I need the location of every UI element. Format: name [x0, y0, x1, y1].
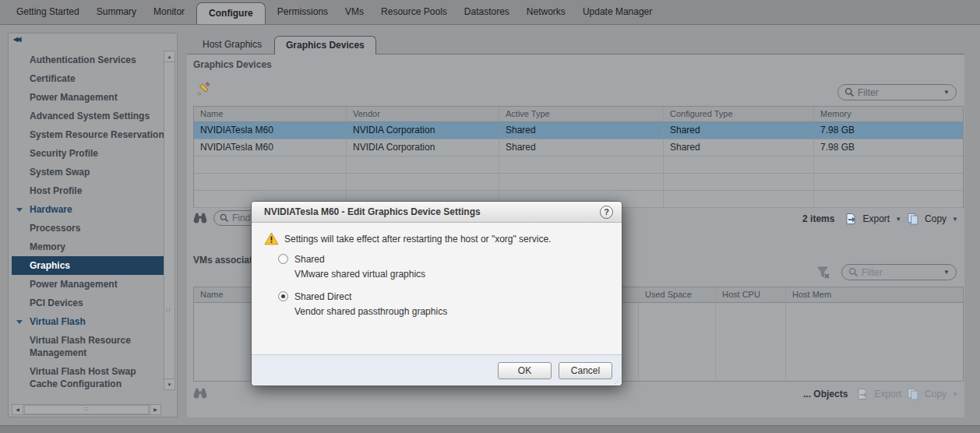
tab-resource-pools[interactable]: Resource Pools	[372, 0, 456, 24]
sidebar-group-virtual-flash[interactable]: Virtual Flash	[12, 312, 165, 331]
scrollbar-thumb[interactable]	[164, 62, 174, 378]
chevron-down-icon[interactable]: ▼	[943, 89, 950, 96]
scrollbar-grip: ∷	[166, 307, 171, 315]
scroll-down-icon[interactable]: ▼	[164, 378, 174, 389]
sidebar-item-virtual-flash-resource-management[interactable]: Virtual Flash Resource Management	[12, 331, 165, 362]
chevron-down-icon[interactable]: ▼	[943, 269, 950, 276]
devices-filter-box[interactable]: ▼	[837, 84, 957, 100]
graphics-devices-table: Name Vendor Active Type Configured Type …	[193, 106, 964, 208]
sidebar-item-power-management[interactable]: Power Management	[12, 88, 165, 107]
radio-shared-label[interactable]: Shared	[294, 254, 325, 265]
chevron-down-icon[interactable]: ▼	[952, 391, 958, 398]
table-row[interactable]: NVIDIATesla M60 NVIDIA Corporation Share…	[194, 122, 963, 139]
export-icon[interactable]	[856, 388, 869, 400]
sidebar-item-system-resource-reservation[interactable]: System Resource Reservation	[12, 125, 165, 144]
sidebar-item-memory[interactable]: Memory	[12, 238, 165, 256]
sidebar-item-advanced-system-settings[interactable]: Advanced System Settings	[12, 107, 165, 125]
graphics-subtabs: Host Graphics Graphics Devices	[187, 36, 964, 55]
cell-vendor: NVIDIA Corporation	[347, 122, 499, 139]
tab-configure[interactable]: Configure	[196, 2, 266, 24]
tab-vms[interactable]: VMs	[337, 0, 372, 24]
sidebar-group-hardware[interactable]: Hardware	[12, 200, 165, 219]
sidebar-collapse-icon[interactable]: ◀◀	[13, 36, 19, 43]
vms-filter-box[interactable]: ▼	[841, 264, 957, 280]
warning-icon	[264, 232, 279, 245]
column-header-host-mem[interactable]: Host Mem	[786, 287, 963, 302]
ok-button[interactable]: OK	[498, 362, 552, 379]
cell-configured-type: Shared	[664, 139, 814, 156]
sidebar-item-graphics[interactable]: Graphics	[12, 256, 165, 275]
dialog-resize-grip[interactable]: ⋰	[614, 378, 620, 385]
search-icon	[844, 87, 855, 97]
items-count: 2 items	[802, 213, 834, 224]
cell-active-type: Shared	[499, 139, 664, 156]
cell-name: NVIDIATesla M60	[194, 122, 347, 139]
export-button[interactable]: Export	[862, 213, 890, 224]
devices-filter-input[interactable]	[858, 87, 940, 98]
vms-filter-input[interactable]	[862, 267, 940, 278]
tab-getting-started[interactable]: Getting Started	[8, 0, 88, 24]
tab-summary[interactable]: Summary	[88, 0, 145, 24]
subtab-graphics-devices[interactable]: Graphics Devices	[274, 36, 376, 55]
chevron-down-icon	[16, 320, 23, 324]
sidebar-item-authentication-services[interactable]: Authentication Services	[12, 51, 165, 69]
column-header-name[interactable]: Name	[194, 107, 347, 121]
sidebar-nav: Authentication Services Certificate Powe…	[12, 51, 165, 393]
export-button[interactable]: Export	[874, 389, 901, 400]
radio-shared[interactable]	[278, 254, 288, 264]
scroll-left-icon[interactable]: ◀	[12, 405, 23, 414]
subtab-host-graphics[interactable]: Host Graphics	[193, 36, 271, 54]
sidebar-item-pci-devices[interactable]: PCI Devices	[12, 294, 165, 312]
table-header-row: Name Vendor Active Type Configured Type …	[194, 107, 963, 122]
vms-table-toolbar: ... Objects Export Copy ▼	[193, 385, 958, 403]
find-binoculars-icon[interactable]	[193, 212, 207, 224]
scrollbar-thumb[interactable]: ∷	[24, 405, 149, 414]
edit-pencil-icon[interactable]	[196, 81, 212, 97]
sidebar-item-security-profile[interactable]: Security Profile	[12, 144, 165, 163]
help-icon[interactable]: ?	[600, 206, 613, 219]
copy-button[interactable]: Copy	[925, 213, 947, 224]
top-tab-bar: Getting Started Summary Monitor Configur…	[0, 0, 980, 25]
scroll-right-icon[interactable]: ▶	[150, 405, 160, 414]
tab-permissions[interactable]: Permissions	[269, 0, 337, 24]
section-title-graphics-devices: Graphics Devices	[193, 59, 272, 70]
cell-vendor: NVIDIA Corporation	[347, 139, 499, 156]
find-binoculars-icon[interactable]	[193, 387, 207, 399]
cancel-button[interactable]: Cancel	[559, 362, 612, 379]
column-header-vendor[interactable]: Vendor	[347, 107, 499, 121]
copy-icon[interactable]	[907, 388, 919, 400]
sidebar-item-host-profile[interactable]: Host Profile	[12, 181, 165, 200]
tab-networks[interactable]: Networks	[518, 0, 574, 24]
sidebar-horizontal-scrollbar[interactable]: ◀ ∷ ▶	[12, 404, 161, 415]
column-header-active-type[interactable]: Active Type	[499, 107, 664, 121]
radio-shared-direct-label[interactable]: Shared Direct	[294, 291, 351, 302]
tab-datastores[interactable]: Datastores	[456, 0, 518, 24]
dialog-footer: OK Cancel	[252, 354, 622, 385]
export-icon[interactable]	[844, 213, 857, 225]
column-header-configured-type[interactable]: Configured Type	[664, 107, 814, 121]
copy-button[interactable]: Copy	[925, 389, 947, 400]
chevron-down-icon[interactable]: ▼	[895, 216, 901, 223]
radio-shared-direct[interactable]	[278, 291, 288, 301]
column-header-host-cpu[interactable]: Host CPU	[716, 287, 786, 302]
sidebar-vertical-scrollbar[interactable]: ▲ ∷ ▼	[164, 51, 175, 390]
cell-name: NVIDIATesla M60	[194, 139, 347, 156]
tab-monitor[interactable]: Monitor	[145, 0, 193, 24]
chevron-down-icon[interactable]: ▼	[952, 216, 958, 223]
sidebar-item-system-swap[interactable]: System Swap	[12, 163, 165, 181]
tab-update-manager[interactable]: Update Manager	[574, 0, 661, 24]
sidebar-group-label: Hardware	[30, 204, 72, 215]
column-header-memory[interactable]: Memory	[814, 107, 963, 121]
table-row[interactable]: NVIDIATesla M60 NVIDIA Corporation Share…	[194, 139, 963, 157]
sidebar-item-virtual-flash-host-swap-cache[interactable]: Virtual Flash Host Swap Cache Configurat…	[12, 362, 165, 393]
sidebar-item-power-management-2[interactable]: Power Management	[12, 275, 165, 294]
scroll-up-icon[interactable]: ▲	[164, 51, 174, 62]
sidebar-item-processors[interactable]: Processors	[12, 219, 165, 238]
search-icon	[220, 213, 229, 223]
sidebar-item-certificate[interactable]: Certificate	[12, 69, 165, 88]
clear-filter-icon[interactable]	[816, 266, 830, 280]
cell-memory: 7.98 GB	[814, 139, 963, 156]
column-header-used-space[interactable]: Used Space	[639, 287, 716, 302]
copy-icon[interactable]	[907, 213, 919, 225]
search-icon	[848, 267, 858, 277]
